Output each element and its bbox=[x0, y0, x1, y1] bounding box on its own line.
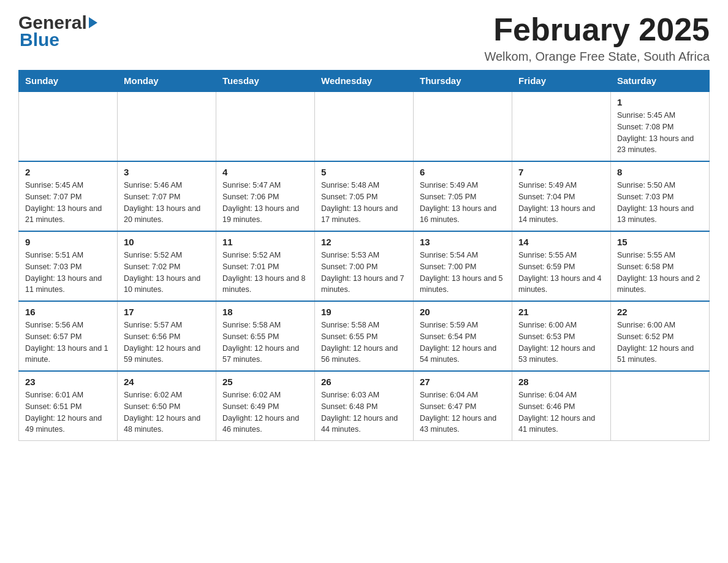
day-number: 25 bbox=[222, 377, 308, 387]
table-row: 14Sunrise: 5:55 AMSunset: 6:59 PMDayligh… bbox=[512, 231, 611, 301]
day-info: Sunrise: 5:45 AMSunset: 7:07 PMDaylight:… bbox=[25, 180, 111, 226]
day-info: Sunrise: 6:04 AMSunset: 6:46 PMDaylight:… bbox=[518, 389, 604, 435]
header-sunday: Sunday bbox=[19, 71, 118, 92]
page-header: General Blue February 2025 Welkom, Orang… bbox=[18, 12, 710, 64]
header-monday: Monday bbox=[118, 71, 216, 92]
table-row bbox=[19, 91, 118, 161]
header-thursday: Thursday bbox=[414, 71, 512, 92]
day-number: 18 bbox=[222, 307, 308, 317]
day-info: Sunrise: 5:52 AMSunset: 7:02 PMDaylight:… bbox=[124, 250, 210, 296]
table-row: 24Sunrise: 6:02 AMSunset: 6:50 PMDayligh… bbox=[118, 371, 216, 441]
day-number: 7 bbox=[518, 167, 604, 177]
day-info: Sunrise: 5:49 AMSunset: 7:05 PMDaylight:… bbox=[420, 180, 506, 226]
table-row bbox=[118, 91, 216, 161]
table-row: 18Sunrise: 5:58 AMSunset: 6:55 PMDayligh… bbox=[216, 301, 315, 371]
day-info: Sunrise: 5:57 AMSunset: 6:56 PMDaylight:… bbox=[124, 320, 210, 366]
day-number: 1 bbox=[617, 97, 703, 107]
day-info: Sunrise: 5:50 AMSunset: 7:03 PMDaylight:… bbox=[617, 180, 703, 226]
table-row: 17Sunrise: 5:57 AMSunset: 6:56 PMDayligh… bbox=[118, 301, 216, 371]
day-info: Sunrise: 5:48 AMSunset: 7:05 PMDaylight:… bbox=[321, 180, 407, 226]
table-row: 23Sunrise: 6:01 AMSunset: 6:51 PMDayligh… bbox=[19, 371, 118, 441]
calendar-week-row: 1Sunrise: 5:45 AMSunset: 7:08 PMDaylight… bbox=[19, 91, 710, 161]
calendar-table: Sunday Monday Tuesday Wednesday Thursday… bbox=[18, 70, 710, 441]
table-row: 3Sunrise: 5:46 AMSunset: 7:07 PMDaylight… bbox=[118, 161, 216, 231]
day-number: 4 bbox=[222, 167, 308, 177]
table-row bbox=[512, 91, 611, 161]
logo: General Blue bbox=[18, 12, 97, 50]
calendar-week-row: 9Sunrise: 5:51 AMSunset: 7:03 PMDaylight… bbox=[19, 231, 710, 301]
table-row: 21Sunrise: 6:00 AMSunset: 6:53 PMDayligh… bbox=[512, 301, 611, 371]
table-row: 8Sunrise: 5:50 AMSunset: 7:03 PMDaylight… bbox=[611, 161, 710, 231]
day-number: 19 bbox=[321, 307, 407, 317]
day-number: 24 bbox=[124, 377, 210, 387]
day-info: Sunrise: 5:51 AMSunset: 7:03 PMDaylight:… bbox=[25, 250, 111, 296]
day-info: Sunrise: 5:55 AMSunset: 6:58 PMDaylight:… bbox=[617, 250, 703, 296]
day-number: 8 bbox=[617, 167, 703, 177]
day-info: Sunrise: 6:02 AMSunset: 6:50 PMDaylight:… bbox=[124, 389, 210, 435]
logo-arrow-icon bbox=[89, 17, 97, 28]
day-number: 9 bbox=[25, 237, 111, 247]
table-row: 11Sunrise: 5:52 AMSunset: 7:01 PMDayligh… bbox=[216, 231, 315, 301]
header-wednesday: Wednesday bbox=[315, 71, 414, 92]
day-number: 2 bbox=[25, 167, 111, 177]
day-number: 26 bbox=[321, 377, 407, 387]
table-row: 12Sunrise: 5:53 AMSunset: 7:00 PMDayligh… bbox=[315, 231, 414, 301]
day-info: Sunrise: 6:00 AMSunset: 6:53 PMDaylight:… bbox=[518, 320, 604, 366]
day-info: Sunrise: 5:58 AMSunset: 6:55 PMDaylight:… bbox=[222, 320, 308, 366]
table-row bbox=[315, 91, 414, 161]
table-row: 22Sunrise: 6:00 AMSunset: 6:52 PMDayligh… bbox=[611, 301, 710, 371]
table-row: 28Sunrise: 6:04 AMSunset: 6:46 PMDayligh… bbox=[512, 371, 611, 441]
table-row: 25Sunrise: 6:02 AMSunset: 6:49 PMDayligh… bbox=[216, 371, 315, 441]
day-info: Sunrise: 5:49 AMSunset: 7:04 PMDaylight:… bbox=[518, 180, 604, 226]
table-row: 16Sunrise: 5:56 AMSunset: 6:57 PMDayligh… bbox=[19, 301, 118, 371]
title-area: February 2025 Welkom, Orange Free State,… bbox=[484, 12, 710, 64]
day-info: Sunrise: 6:03 AMSunset: 6:48 PMDaylight:… bbox=[321, 389, 407, 435]
calendar-week-row: 2Sunrise: 5:45 AMSunset: 7:07 PMDaylight… bbox=[19, 161, 710, 231]
table-row: 4Sunrise: 5:47 AMSunset: 7:06 PMDaylight… bbox=[216, 161, 315, 231]
day-info: Sunrise: 5:54 AMSunset: 7:00 PMDaylight:… bbox=[420, 250, 506, 296]
table-row bbox=[216, 91, 315, 161]
day-number: 6 bbox=[420, 167, 506, 177]
day-info: Sunrise: 5:52 AMSunset: 7:01 PMDaylight:… bbox=[222, 250, 308, 296]
calendar-week-row: 23Sunrise: 6:01 AMSunset: 6:51 PMDayligh… bbox=[19, 371, 710, 441]
day-info: Sunrise: 5:58 AMSunset: 6:55 PMDaylight:… bbox=[321, 320, 407, 366]
logo-blue-text: Blue bbox=[18, 29, 97, 50]
table-row bbox=[611, 371, 710, 441]
day-number: 21 bbox=[518, 307, 604, 317]
table-row: 19Sunrise: 5:58 AMSunset: 6:55 PMDayligh… bbox=[315, 301, 414, 371]
table-row: 2Sunrise: 5:45 AMSunset: 7:07 PMDaylight… bbox=[19, 161, 118, 231]
table-row: 7Sunrise: 5:49 AMSunset: 7:04 PMDaylight… bbox=[512, 161, 611, 231]
day-info: Sunrise: 6:04 AMSunset: 6:47 PMDaylight:… bbox=[420, 389, 506, 435]
table-row: 9Sunrise: 5:51 AMSunset: 7:03 PMDaylight… bbox=[19, 231, 118, 301]
table-row: 20Sunrise: 5:59 AMSunset: 6:54 PMDayligh… bbox=[414, 301, 512, 371]
day-number: 23 bbox=[25, 377, 111, 387]
table-row: 5Sunrise: 5:48 AMSunset: 7:05 PMDaylight… bbox=[315, 161, 414, 231]
day-info: Sunrise: 5:45 AMSunset: 7:08 PMDaylight:… bbox=[617, 110, 703, 156]
calendar-week-row: 16Sunrise: 5:56 AMSunset: 6:57 PMDayligh… bbox=[19, 301, 710, 371]
day-number: 15 bbox=[617, 237, 703, 247]
table-row: 26Sunrise: 6:03 AMSunset: 6:48 PMDayligh… bbox=[315, 371, 414, 441]
day-number: 28 bbox=[518, 377, 604, 387]
day-number: 5 bbox=[321, 167, 407, 177]
day-number: 22 bbox=[617, 307, 703, 317]
day-info: Sunrise: 6:01 AMSunset: 6:51 PMDaylight:… bbox=[25, 389, 111, 435]
day-info: Sunrise: 5:47 AMSunset: 7:06 PMDaylight:… bbox=[222, 180, 308, 226]
day-number: 3 bbox=[124, 167, 210, 177]
header-saturday: Saturday bbox=[611, 71, 710, 92]
table-row: 13Sunrise: 5:54 AMSunset: 7:00 PMDayligh… bbox=[414, 231, 512, 301]
table-row bbox=[414, 91, 512, 161]
day-info: Sunrise: 5:56 AMSunset: 6:57 PMDaylight:… bbox=[25, 320, 111, 366]
calendar-subtitle: Welkom, Orange Free State, South Africa bbox=[484, 50, 710, 64]
day-info: Sunrise: 5:46 AMSunset: 7:07 PMDaylight:… bbox=[124, 180, 210, 226]
day-number: 10 bbox=[124, 237, 210, 247]
day-info: Sunrise: 5:59 AMSunset: 6:54 PMDaylight:… bbox=[420, 320, 506, 366]
day-number: 11 bbox=[222, 237, 308, 247]
table-row: 6Sunrise: 5:49 AMSunset: 7:05 PMDaylight… bbox=[414, 161, 512, 231]
day-info: Sunrise: 6:00 AMSunset: 6:52 PMDaylight:… bbox=[617, 320, 703, 366]
header-tuesday: Tuesday bbox=[216, 71, 315, 92]
table-row: 10Sunrise: 5:52 AMSunset: 7:02 PMDayligh… bbox=[118, 231, 216, 301]
table-row: 15Sunrise: 5:55 AMSunset: 6:58 PMDayligh… bbox=[611, 231, 710, 301]
day-info: Sunrise: 5:55 AMSunset: 6:59 PMDaylight:… bbox=[518, 250, 604, 296]
header-friday: Friday bbox=[512, 71, 611, 92]
day-number: 13 bbox=[420, 237, 506, 247]
